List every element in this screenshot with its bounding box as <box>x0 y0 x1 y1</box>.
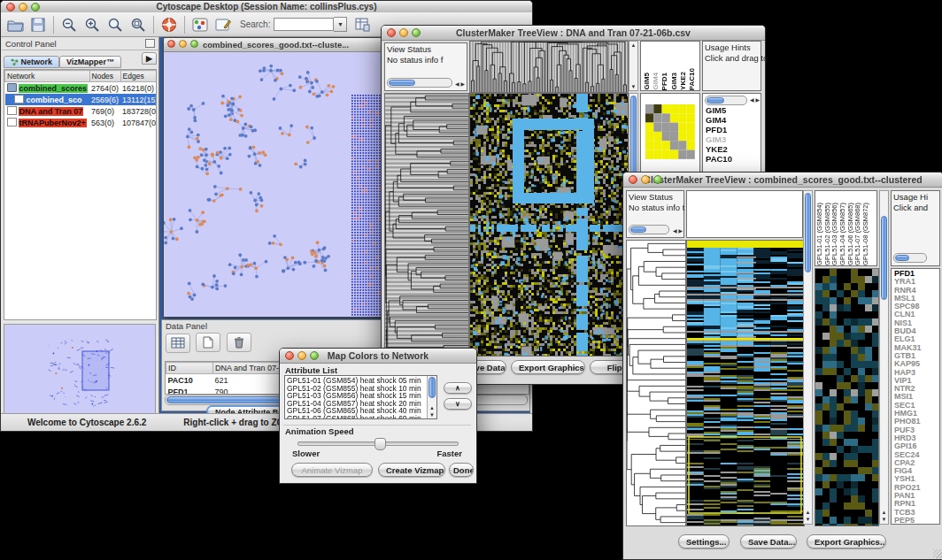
tv1-column-dendrogram[interactable] <box>469 41 629 93</box>
network-name-cell[interactable]: combined_scores <box>5 82 90 95</box>
resize-grip[interactable] <box>933 549 942 558</box>
minimize-button[interactable] <box>297 351 306 360</box>
network-name: combined_scores <box>19 84 89 93</box>
scroll-left-right-arrows[interactable]: ◀ ▶ <box>673 228 683 234</box>
save-icon[interactable] <box>27 15 49 35</box>
network-row[interactable]: tRNAPuberNov2+563(0)107847(0) <box>5 117 158 128</box>
attribute-table-icon[interactable] <box>351 15 373 35</box>
zoom-button[interactable] <box>412 28 421 37</box>
close-button[interactable] <box>6 3 15 12</box>
network-name-cell[interactable]: tRNAPuberNov2+ <box>5 117 90 128</box>
new-attribute-icon[interactable] <box>196 333 220 352</box>
annotation-icon[interactable] <box>212 15 234 35</box>
zoom-fit-icon[interactable] <box>127 15 149 35</box>
usage-hints-scrollbar[interactable] <box>893 253 927 263</box>
tv2-save-data-button[interactable]: Save Data... <box>740 534 797 548</box>
minimize-button[interactable] <box>19 3 27 12</box>
network-col-header[interactable]: Network <box>5 71 90 82</box>
animation-speed-slider[interactable] <box>297 441 459 446</box>
zoom-in-icon[interactable] <box>81 15 103 35</box>
attribute-listbox[interactable]: GPL51-01 (GSM854) heat shock 05 minGPL51… <box>284 375 437 419</box>
attribute-list-scrollbar[interactable]: ▲▼ <box>427 376 436 418</box>
create-vizmap-button[interactable]: Create Vizmap <box>378 463 445 477</box>
tv2-zoom-heatmap[interactable] <box>815 268 879 526</box>
help-ring-icon[interactable] <box>158 15 180 35</box>
zoom-button[interactable] <box>31 3 40 12</box>
tv2-row-dendrogram[interactable] <box>626 240 686 526</box>
search-input[interactable] <box>274 18 334 31</box>
tab-more-button[interactable]: ▶ <box>142 52 157 65</box>
usage-hints-text: Click and drag tc <box>703 53 761 63</box>
network-graph-canvas[interactable] <box>164 52 386 316</box>
network-row[interactable]: combined_scores2764(0)16218(0) <box>5 82 158 95</box>
network-overview-birdseye[interactable] <box>4 324 156 418</box>
network-row[interactable]: DNA and Tran 07769(0)183728(0) <box>5 105 158 117</box>
tab-network[interactable]: Network <box>4 56 59 68</box>
tv2-usage-hints-panel: Usage Hi Click and <box>891 190 940 266</box>
open-folder-icon[interactable] <box>4 15 26 35</box>
treeview2-window[interactable]: ClusterMaker TreeView : combined_scores_… <box>622 172 942 560</box>
network-name-cell[interactable]: DNA and Tran 07 <box>5 105 90 117</box>
move-up-button[interactable]: ∧ <box>444 382 472 394</box>
tv2-global-vscrollbar[interactable]: ▲▼ <box>803 190 813 525</box>
zoom-button[interactable] <box>190 40 198 48</box>
animate-vizmap-button[interactable]: Animate Vizmap <box>291 463 373 477</box>
tv2-column-dendrogram-panel[interactable] <box>686 190 803 238</box>
tab-vizmapper[interactable]: VizMapper™ <box>59 56 121 68</box>
tv1-gene-label[interactable]: PAC10 <box>706 154 761 164</box>
tv1-gene-label[interactable]: GIM3 <box>706 134 761 144</box>
zoom-out-icon[interactable] <box>58 15 80 35</box>
view-status-scrollbar[interactable] <box>387 78 452 88</box>
network-col-header[interactable]: Edges <box>120 71 157 82</box>
tv1-mini-vscrollbar[interactable]: ▲▼ <box>629 41 638 91</box>
delete-attribute-trash-icon[interactable] <box>227 333 251 352</box>
search-dropdown-button[interactable]: ▼ <box>334 17 347 32</box>
tv1-gene-label[interactable]: YKE2 <box>706 144 761 154</box>
tv1-gene-label[interactable]: GIM4 <box>706 115 761 125</box>
network-col-header[interactable]: Nodes <box>89 71 120 82</box>
network-edges-cell: 107847(0) <box>120 117 157 128</box>
attribute-list-item[interactable]: GPL51-07 (GSM868) heat shock 60 min <box>287 415 435 419</box>
done-button[interactable]: Done <box>449 463 474 477</box>
close-button[interactable] <box>167 40 175 48</box>
network-name: DNA and Tran 07 <box>19 107 84 116</box>
minimize-button[interactable] <box>179 40 187 48</box>
tv2-global-heatmap[interactable] <box>686 240 805 526</box>
tv2-export-graphics-button[interactable]: Export Graphics... <box>807 534 886 548</box>
tv1-gene-label[interactable]: GIM5 <box>706 105 761 115</box>
map-colors-dialog[interactable]: Map Colors to Network Attribute List GPL… <box>279 348 477 484</box>
tv1-row-dendrogram[interactable] <box>384 93 469 357</box>
control-panel-title: Control Panel <box>5 39 57 49</box>
scroll-left-right-arrows[interactable]: ◀ ▶ <box>750 97 760 103</box>
minimize-button[interactable] <box>641 175 650 184</box>
tv1-column-label: PAC10 <box>688 68 696 90</box>
move-down-button[interactable]: ∨ <box>444 398 472 410</box>
treeview2-title: ClusterMaker TreeView : combined_scores_… <box>623 174 942 185</box>
tv2-settings-button[interactable]: Settings... <box>678 534 730 548</box>
view-status-scrollbar[interactable] <box>629 225 669 234</box>
tv1-global-heatmap[interactable] <box>469 93 629 357</box>
tv1-gene-hscrollbar[interactable] <box>705 96 747 105</box>
tv2-gene-list-panel[interactable]: PFD1YRA1RNR4MSL1SPC98CLN1NIS1BUD4ELG1MAK… <box>891 268 940 525</box>
main-titlebar[interactable]: Cytoscape Desktop (Session Name: collins… <box>1 1 532 13</box>
network-view-window[interactable]: combined_scores_good.txt--cluste... <box>163 37 389 318</box>
network-row[interactable]: combined_sco2569(6)13112(15) <box>5 94 158 105</box>
tv1-column-label: GIM3 <box>670 73 678 90</box>
network-name-cell[interactable]: combined_sco <box>5 94 90 105</box>
scroll-left-right-arrows[interactable]: ◀ ▶ <box>455 81 465 87</box>
zoom-button[interactable] <box>310 351 319 360</box>
float-panel-icon[interactable] <box>145 39 155 48</box>
tv1-gene-label[interactable]: PFD1 <box>706 125 761 134</box>
minimize-button[interactable] <box>399 28 408 37</box>
data-table-icon[interactable] <box>166 334 190 353</box>
zoom-actual-icon[interactable] <box>104 15 126 35</box>
attr-col-id[interactable]: ID <box>166 363 213 374</box>
vizmap-icon[interactable] <box>189 15 211 35</box>
close-button[interactable] <box>629 175 637 184</box>
tv2-gene-list-scrollbar[interactable]: ▲▼ <box>879 190 889 525</box>
zoom-button[interactable] <box>653 175 662 184</box>
tv1-export-graphics-button[interactable]: Export Graphics... <box>511 360 585 374</box>
slider-thumb[interactable] <box>374 438 386 450</box>
close-button[interactable] <box>285 351 294 360</box>
close-button[interactable] <box>387 28 396 37</box>
